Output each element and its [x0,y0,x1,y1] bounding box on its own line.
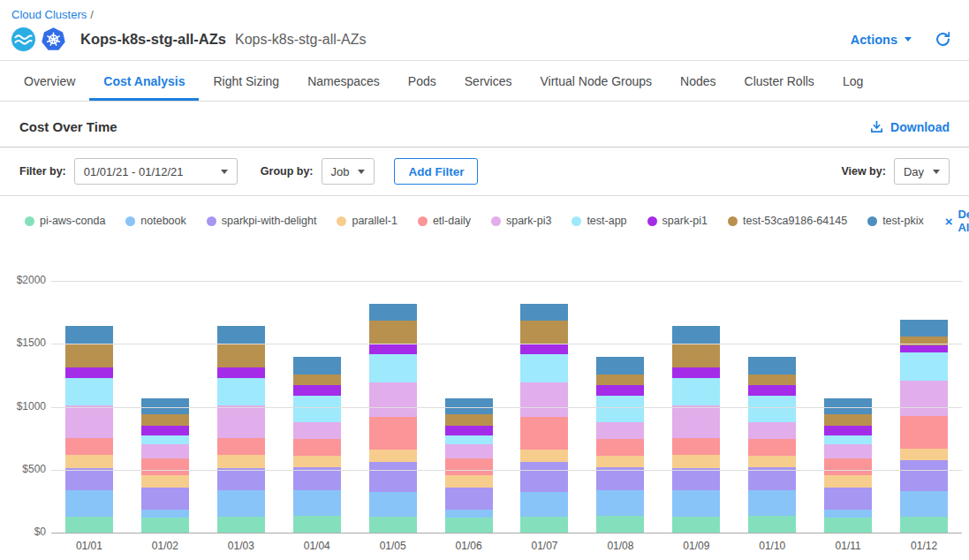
segment-notebook[interactable] [141,510,189,518]
tab-cluster-rolls[interactable]: Cluster Rolls [731,61,829,101]
segment-parallel-1[interactable] [824,475,872,488]
actions-button[interactable]: Actions [851,33,912,47]
segment-spark-pi3[interactable] [748,422,796,439]
segment-etl-daily[interactable] [293,439,341,456]
tab-log[interactable]: Log [829,61,877,101]
legend-item-spark-pi3[interactable]: spark-pi3 [491,215,551,227]
segment-spark-pi3[interactable] [520,382,568,417]
segment-spark-pi3[interactable] [596,422,644,439]
segment-spark-pi3[interactable] [445,444,493,458]
segment-spark-pi3[interactable] [900,381,948,415]
segment-test-53ca9186-64145[interactable] [596,375,644,385]
tab-namespaces[interactable]: Namespaces [293,61,394,101]
segment-parallel-1[interactable] [65,455,113,467]
segment-test-pkix[interactable] [596,357,644,374]
segment-pi-aws-conda[interactable] [824,518,872,533]
stacked-bar-01-03[interactable] [217,326,265,533]
segment-parallel-1[interactable] [748,456,796,467]
segment-etl-daily[interactable] [596,439,644,456]
segment-test-53ca9186-64145[interactable] [445,414,493,426]
segment-parallel-1[interactable] [141,475,189,488]
segment-test-app[interactable] [520,354,568,382]
refresh-icon[interactable] [935,31,951,48]
segment-test-53ca9186-64145[interactable] [520,321,568,344]
segment-pi-aws-conda[interactable] [65,517,113,533]
stacked-bar-01-11[interactable] [824,398,872,533]
segment-parallel-1[interactable] [445,475,493,488]
segment-notebook[interactable] [748,490,796,516]
segment-etl-daily[interactable] [445,458,493,475]
segment-parallel-1[interactable] [672,455,720,467]
segment-etl-daily[interactable] [520,417,568,450]
segment-parallel-1[interactable] [520,450,568,462]
segment-notebook[interactable] [824,510,872,518]
segment-pi-aws-conda[interactable] [900,517,948,533]
segment-pi-aws-conda[interactable] [596,516,644,533]
segment-pi-aws-conda[interactable] [141,518,189,533]
date-range-select[interactable]: 01/01/21 - 01/12/21 [74,158,238,185]
segment-pi-aws-conda[interactable] [445,518,493,533]
tab-overview[interactable]: Overview [10,61,89,101]
segment-spark-pi1[interactable] [369,344,417,354]
segment-sparkpi-with-delight[interactable] [217,468,265,491]
tab-pods[interactable]: Pods [394,61,450,101]
stacked-bar-01-09[interactable] [672,326,720,533]
segment-test-pkix[interactable] [293,357,341,374]
segment-pi-aws-conda[interactable] [293,516,341,533]
stacked-bar-01-12[interactable] [900,320,948,534]
legend-item-parallel-1[interactable]: parallel-1 [337,215,397,227]
segment-spark-pi3[interactable] [293,422,341,439]
segment-test-app[interactable] [824,435,872,443]
segment-test-pkix[interactable] [65,326,113,344]
segment-test-app[interactable] [672,378,720,405]
segment-spark-pi3[interactable] [65,405,113,438]
stacked-bar-01-07[interactable] [520,304,568,533]
segment-sparkpi-with-delight[interactable] [900,460,948,491]
legend-item-notebook[interactable]: notebook [125,215,185,227]
segment-sparkpi-with-delight[interactable] [369,462,417,492]
segment-sparkpi-with-delight[interactable] [748,467,796,490]
legend-item-test-app[interactable]: test-app [572,215,626,227]
segment-pi-aws-conda[interactable] [217,517,265,533]
segment-spark-pi1[interactable] [293,385,341,396]
segment-test-app[interactable] [596,396,644,423]
segment-spark-pi1[interactable] [900,345,948,353]
segment-test-53ca9186-64145[interactable] [65,344,113,367]
segment-pi-aws-conda[interactable] [369,517,417,533]
segment-spark-pi1[interactable] [748,385,796,396]
legend-item-etl-daily[interactable]: etl-daily [418,215,471,227]
tab-services[interactable]: Services [450,61,526,101]
segment-parallel-1[interactable] [900,449,948,461]
segment-notebook[interactable] [900,491,948,517]
segment-etl-daily[interactable] [217,438,265,455]
stacked-bar-01-01[interactable] [65,326,113,533]
segment-test-53ca9186-64145[interactable] [217,344,265,367]
segment-spark-pi1[interactable] [672,367,720,378]
legend-item-spark-pi1[interactable]: spark-pi1 [647,215,708,227]
legend-item-pi-aws-conda[interactable]: pi-aws-conda [25,215,105,227]
segment-sparkpi-with-delight[interactable] [141,488,189,509]
segment-notebook[interactable] [672,490,720,517]
stacked-bar-01-02[interactable] [141,398,189,533]
segment-test-app[interactable] [217,378,265,405]
tab-right-sizing[interactable]: Right Sizing [199,61,293,101]
segment-notebook[interactable] [520,492,568,518]
view-by-select[interactable]: Day [894,158,950,185]
segment-parallel-1[interactable] [293,456,341,467]
segment-test-53ca9186-64145[interactable] [748,375,796,385]
stacked-bar-01-05[interactable] [369,304,417,533]
segment-spark-pi1[interactable] [824,426,872,435]
segment-pi-aws-conda[interactable] [672,517,720,533]
legend-item-test-53ca9186-64145[interactable]: test-53ca9186-64145 [728,215,847,227]
segment-spark-pi3[interactable] [141,444,189,458]
segment-test-pkix[interactable] [520,304,568,321]
segment-test-pkix[interactable] [900,320,948,337]
segment-spark-pi1[interactable] [445,426,493,435]
segment-etl-daily[interactable] [65,438,113,455]
add-filter-button[interactable]: Add Filter [394,158,478,185]
stacked-bar-01-04[interactable] [293,357,341,533]
segment-notebook[interactable] [217,490,265,517]
segment-test-pkix[interactable] [748,357,796,374]
segment-test-app[interactable] [65,378,113,405]
breadcrumb-link-cloud-clusters[interactable]: Cloud Clusters [11,8,87,21]
